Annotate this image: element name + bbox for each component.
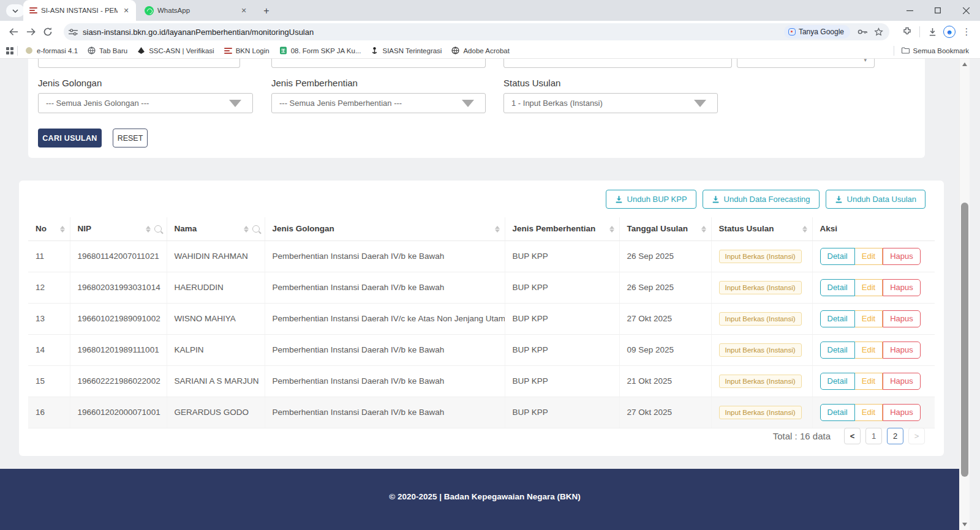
detail-button[interactable]: Detail (820, 310, 855, 327)
table-row: 14 196801201989111001 KALPIN Pemberhenti… (28, 334, 935, 365)
bookmark-bkn-login[interactable]: BKN Login (219, 45, 274, 56)
results-panel: Unduh BUP KPP Unduh Data Forecasting Und… (19, 181, 944, 456)
bookmark-siasn[interactable]: SIASN Terintegrasi (366, 45, 447, 56)
cari-usulan-button[interactable]: CARI USULAN (38, 129, 102, 147)
sort-icon[interactable] (244, 226, 249, 233)
cell-no: 15 (28, 365, 70, 397)
sort-icon[interactable] (146, 226, 151, 233)
detail-button[interactable]: Detail (820, 342, 855, 359)
cell-nip: 196801201989111001 (70, 334, 167, 365)
browser-navbar: siasn-instansi.bkn.go.id/layananPemberhe… (0, 21, 980, 43)
hapus-button[interactable]: Hapus (883, 404, 921, 421)
sort-icon[interactable] (60, 226, 65, 233)
table-row: 11 196801142007011021 WAHIDIN RAHMAN Pem… (28, 241, 935, 272)
column-header-jenis-golongan[interactable]: Jenis Golongan (265, 217, 505, 241)
hapus-button[interactable]: Hapus (883, 248, 921, 265)
new-tab-button[interactable]: + (260, 4, 273, 18)
page-2-button[interactable]: 2 (887, 428, 903, 444)
hapus-button[interactable]: Hapus (883, 342, 921, 359)
clipped-select-field[interactable]: ▾ (737, 59, 875, 68)
clipped-input-field[interactable] (38, 59, 240, 68)
detail-button[interactable]: Detail (820, 373, 855, 390)
status-badge: Input Berkas (Instansi) (719, 406, 802, 419)
unduh-data-usulan-button[interactable]: Unduh Data Usulan (826, 190, 925, 209)
edit-button[interactable]: Edit (855, 342, 883, 359)
column-header-status-usulan[interactable]: Status Usulan (711, 217, 812, 241)
column-header-nama[interactable]: Nama (167, 217, 265, 241)
tab-search-button[interactable] (6, 4, 24, 17)
detail-button[interactable]: Detail (820, 248, 855, 265)
hapus-button[interactable]: Hapus (883, 279, 921, 296)
clipped-input-field[interactable] (503, 59, 732, 68)
edit-button[interactable]: Edit (855, 404, 883, 421)
sort-icon[interactable] (609, 226, 614, 233)
sort-icon[interactable] (495, 226, 500, 233)
close-window-button[interactable] (952, 0, 980, 21)
edit-button[interactable]: Edit (855, 279, 883, 296)
sort-icon[interactable] (701, 226, 706, 233)
bookmark-ssc-asn[interactable]: SSC-ASN | Verifikasi (132, 45, 219, 56)
edit-button[interactable]: Edit (855, 248, 883, 265)
bookmark-adobe[interactable]: Adobe Acrobat (447, 45, 514, 56)
profile-button[interactable]: ☻ (941, 23, 958, 40)
all-bookmarks-button[interactable]: Semua Bookmark (897, 45, 974, 56)
reload-button[interactable] (39, 23, 56, 40)
hapus-button[interactable]: Hapus (883, 373, 921, 390)
column-header-jenis-pemberhentian[interactable]: Jenis Pemberhentian (505, 217, 619, 241)
select-jenis-pemberhentian[interactable]: --- Semua Jenis Pemberhentian --- (271, 93, 486, 113)
page-1-button[interactable]: 1 (865, 428, 882, 444)
row-actions: Detail Edit Hapus (820, 342, 921, 359)
column-header-nip[interactable]: NIP (70, 217, 167, 241)
select-status-usulan[interactable]: 1 - Input Berkas (Instansi) (503, 93, 718, 113)
url-bar[interactable]: siasn-instansi.bkn.go.id/layananPemberhe… (64, 23, 889, 40)
scroll-down-icon[interactable] (962, 523, 967, 526)
scroll-up-icon[interactable] (962, 62, 967, 66)
maximize-button[interactable] (924, 0, 952, 21)
apps-grid-icon[interactable] (6, 47, 13, 54)
previous-page-button[interactable]: < (844, 428, 861, 444)
edit-button[interactable]: Edit (855, 310, 883, 327)
status-badge: Input Berkas (Instansi) (719, 312, 802, 326)
cell-jenis-golongan: Pemberhentian Instansi Daerah IV/c ke At… (265, 303, 505, 334)
tab-close-icon[interactable]: ✕ (121, 6, 131, 15)
download-icon (835, 195, 843, 204)
search-icon[interactable] (154, 225, 162, 233)
downloads-button[interactable] (924, 23, 941, 40)
tanya-google-button[interactable]: Tanya Google (784, 25, 850, 39)
google-lens-icon (788, 28, 796, 35)
extensions-button[interactable] (899, 23, 916, 40)
scrollbar-thumb[interactable] (961, 203, 968, 477)
clipped-input-field[interactable] (271, 59, 486, 68)
detail-button[interactable]: Detail (820, 404, 855, 421)
row-actions: Detail Edit Hapus (820, 248, 921, 265)
close-icon (963, 7, 970, 14)
column-header-tanggal-usulan[interactable]: Tanggal Usulan (619, 217, 711, 241)
tab-siasn[interactable]: SI-ASN INSTANSI - PEMBERHENTIAN ✕ (23, 0, 136, 21)
browser-menu-button[interactable]: ⋮ (958, 23, 975, 40)
cell-nip: 196801142007011021 (70, 241, 167, 272)
cell-jenis-pemberhentian: BUP KPP (505, 334, 619, 365)
password-manager-button[interactable] (856, 26, 869, 38)
bookmark-star-button[interactable] (872, 26, 884, 38)
column-header-no[interactable]: No (28, 217, 70, 241)
tab-close-icon[interactable]: ✕ (239, 6, 249, 15)
vertical-scrollbar[interactable] (959, 59, 970, 530)
site-settings-icon (69, 28, 78, 36)
edit-button[interactable]: Edit (855, 373, 883, 390)
back-button[interactable] (5, 23, 22, 40)
unduh-bup-kpp-button[interactable]: Unduh BUP KPP (606, 190, 696, 209)
sort-icon[interactable] (802, 226, 807, 233)
bookmark-tab-baru[interactable]: Tab Baru (83, 45, 132, 56)
forward-button[interactable] (22, 23, 39, 40)
bookmark-form-skp[interactable]: 08. Form SKP JA Ku... (274, 45, 366, 56)
unduh-data-forecasting-button[interactable]: Unduh Data Forecasting (703, 190, 820, 209)
reset-button[interactable]: RESET (113, 129, 148, 147)
search-icon[interactable] (252, 225, 260, 233)
hapus-button[interactable]: Hapus (883, 310, 921, 327)
select-jenis-golongan[interactable]: --- Semua Jenis Golongan --- (38, 93, 253, 113)
bookmark-eformasi[interactable]: e-formasi 4.1 (20, 45, 83, 56)
tab-whatsapp[interactable]: WhatsApp ✕ (138, 0, 254, 21)
cell-tanggal-usulan: 21 Okt 2025 (619, 365, 711, 397)
detail-button[interactable]: Detail (820, 279, 855, 296)
minimize-button[interactable] (895, 0, 924, 21)
